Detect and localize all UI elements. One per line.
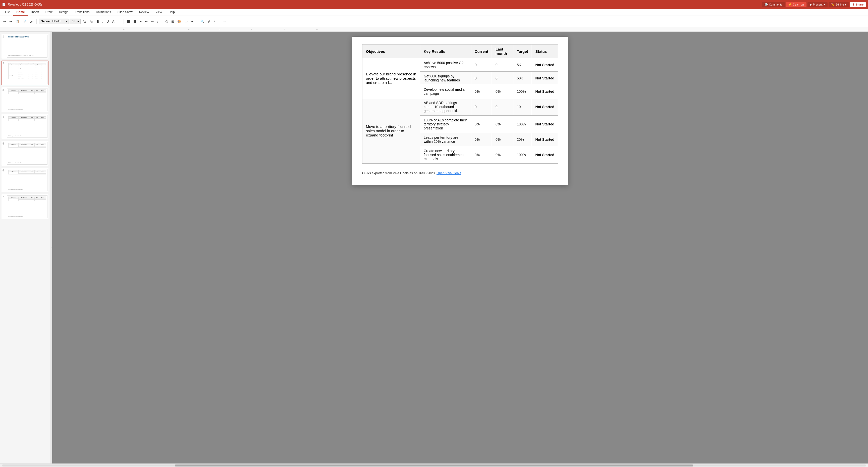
slide-panel: 1 Relecloud Q2 2023 OKRs OKRs exported f… — [0, 32, 50, 464]
edit-icon: ✏️ — [831, 3, 835, 6]
line-spacing-button[interactable]: ↕ — [156, 19, 160, 24]
undo-group: ↩ ↪ 📋 📄 🖌 — [2, 19, 37, 24]
kr-cell: Achieve 5000 positive G2 reviews — [420, 58, 471, 71]
tab-transitions[interactable]: Transitions — [72, 9, 92, 16]
font-color-button[interactable]: A — [111, 19, 116, 24]
fill-button[interactable]: 🎨 — [176, 19, 183, 24]
kr-cell: Get 60K signups by launching new feature… — [420, 71, 471, 85]
last-month-cell: 0% — [492, 146, 513, 164]
slide-num-1: 1 — [2, 35, 6, 38]
more-button[interactable]: ··· — [222, 19, 227, 24]
font-size-select[interactable]: 48 — [69, 19, 81, 24]
slide-thumb-3[interactable]: 3 ObjectivesKey ResultsCurTgtStatus OKRs… — [1, 87, 49, 112]
ruler: -4 -3 -2 -1 0 1 2 3 4 — [0, 27, 868, 32]
drawing-group: ⬡ ⊞ 🎨 ▭ ✦ — [164, 19, 197, 24]
indent-inc-button[interactable]: ⇥ — [150, 19, 155, 24]
slide-num-2: 2 — [2, 62, 6, 65]
decrease-font-button[interactable]: A↓ — [82, 19, 88, 24]
current-cell: 0% — [471, 116, 492, 133]
slide-thumb-5[interactable]: 5 ObjectivesKey ResultsCurTgtStatus OKRs… — [1, 141, 49, 166]
indent-dec-button[interactable]: ⇤ — [144, 19, 149, 24]
tab-design[interactable]: Design — [56, 9, 71, 16]
slide-num-4: 4 — [2, 115, 6, 118]
canvas-area[interactable]: Objectives Key Results Current Last mont… — [52, 32, 868, 464]
format-painter-button[interactable]: 🖌 — [29, 19, 34, 24]
chevron-down-icon: ▾ — [824, 3, 825, 6]
current-cell: 0% — [471, 133, 492, 146]
more-font-button[interactable]: ··· — [116, 19, 122, 24]
tab-home[interactable]: Home — [13, 9, 28, 16]
horizontal-scrollbar[interactable] — [2, 465, 866, 467]
filename: Relecloud Q2 2023 OKRs — [8, 3, 42, 6]
current-cell: 0% — [471, 85, 492, 98]
status-cell: Not Started — [532, 71, 558, 85]
increase-font-button[interactable]: A↑ — [88, 19, 95, 24]
target-cell: 5K — [513, 58, 532, 71]
find-group: 🔍 ⇄ ↖ — [199, 19, 220, 24]
shapes-button[interactable]: ⬡ — [164, 19, 169, 24]
tab-help[interactable]: Help — [165, 9, 178, 16]
outline-button[interactable]: ▭ — [183, 19, 189, 24]
slide-preview-7: ObjectivesKey ResultsCurTgtStatus OKRs e… — [7, 195, 48, 218]
last-month-cell: 0 — [492, 71, 513, 85]
kr-cell: Leads per territory are within 20% varia… — [420, 133, 471, 146]
copy-button[interactable]: 📄 — [21, 19, 28, 24]
tab-slideshow[interactable]: Slide Show — [115, 9, 135, 16]
find-button[interactable]: 🔍 — [199, 19, 206, 24]
target-cell: 100% — [513, 116, 532, 133]
tab-view[interactable]: View — [152, 9, 165, 16]
align-button[interactable]: ≡ — [138, 19, 143, 24]
tab-animations[interactable]: Animations — [93, 9, 114, 16]
slide-thumb-2[interactable]: 2 ObjectivesKey ResultsCurLMTgtStatus Br… — [1, 61, 49, 85]
italic-button[interactable]: I — [101, 19, 105, 24]
slide-thumb-6[interactable]: 6 ObjectivesKey ResultsCurTgtStatus OKRs… — [1, 168, 49, 193]
ribbon-controls: ↩ ↪ 📋 📄 🖌 Segoe UI Bold 48 A↓ A↑ B I U A… — [0, 16, 868, 27]
catchup-button[interactable]: ⚡ Catch up — [786, 2, 806, 7]
scrollbar-thumb — [175, 465, 693, 467]
font-name-select[interactable]: Segoe UI Bold — [39, 19, 69, 24]
present-icon: ▶ — [810, 3, 812, 6]
replace-button[interactable]: ⇄ — [207, 19, 212, 24]
objective-2-cell: Move to a territory-focused sales model … — [363, 98, 420, 164]
comments-button[interactable]: 💬 Comments — [762, 2, 785, 7]
bold-button[interactable]: B — [95, 19, 100, 24]
effects-button[interactable]: ✦ — [190, 19, 195, 24]
numbering-button[interactable]: ☷ — [132, 19, 137, 24]
panel-collapse-handle[interactable]: ‹ — [50, 32, 52, 464]
slide-thumb-7[interactable]: 7 ObjectivesKey ResultsCurTgtStatus OKRs… — [1, 194, 49, 219]
kr-cell: Create new territory-focused sales enabl… — [420, 146, 471, 164]
status-cell: Not Started — [532, 133, 558, 146]
current-cell: 0 — [471, 98, 492, 116]
present-button[interactable]: ▶ Present ▾ — [807, 2, 828, 7]
arrange-button[interactable]: ⊞ — [170, 19, 175, 24]
chevron-down-icon: ▾ — [845, 3, 846, 6]
tab-review[interactable]: Review — [136, 9, 152, 16]
slide-preview-6: ObjectivesKey ResultsCurTgtStatus OKRs e… — [7, 169, 48, 192]
tab-file[interactable]: File — [2, 9, 13, 16]
open-viva-goals-link[interactable]: Open Viva Goals — [436, 171, 461, 175]
slide-num-5: 5 — [2, 142, 6, 145]
editing-button[interactable]: ✏️ Editing ▾ — [829, 2, 849, 7]
tab-draw[interactable]: Draw — [42, 9, 56, 16]
bottom-bar — [0, 464, 868, 467]
current-cell: 0 — [471, 71, 492, 85]
slide-preview-4: ObjectivesKey ResultsCurTgtStatus OKRs e… — [7, 115, 48, 138]
status-cell: Not Started — [532, 58, 558, 71]
current-cell: 0% — [471, 146, 492, 164]
target-cell: 10 — [513, 98, 532, 116]
col-header-objectives: Objectives — [363, 45, 420, 58]
footer-text: OKRs exported from Viva Goals as on 16/0… — [362, 171, 435, 175]
share-button[interactable]: ⬆ Share — [850, 2, 866, 7]
slide-thumb-1[interactable]: 1 Relecloud Q2 2023 OKRs OKRs exported f… — [1, 34, 49, 59]
main-area: 1 Relecloud Q2 2023 OKRs OKRs exported f… — [0, 32, 868, 464]
paste-button[interactable]: 📋 — [14, 19, 21, 24]
undo-button[interactable]: ↩ — [2, 19, 7, 24]
redo-button[interactable]: ↪ — [8, 19, 13, 24]
slide-thumb-4[interactable]: 4 ObjectivesKey ResultsCurTgtStatus OKRs… — [1, 114, 49, 139]
slide-preview-5: ObjectivesKey ResultsCurTgtStatus OKRs e… — [7, 142, 48, 165]
bullets-button[interactable]: ☰ — [126, 19, 131, 24]
select-button[interactable]: ↖ — [213, 19, 218, 24]
kr-cell: Develop new social media campaign — [420, 85, 471, 98]
underline-button[interactable]: U — [105, 19, 110, 24]
tab-insert[interactable]: Insert — [28, 9, 42, 16]
